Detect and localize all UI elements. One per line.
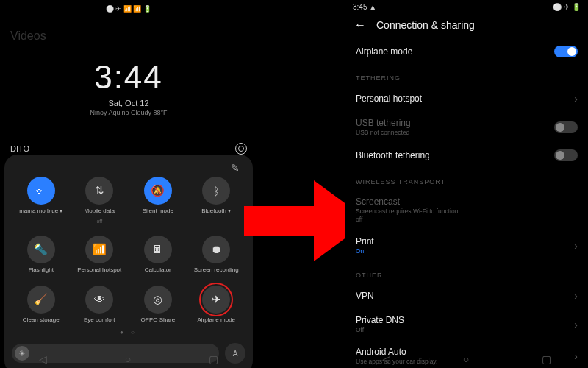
- settings-header: ← Connection & sharing: [345, 14, 588, 36]
- clock-weather: Ninoy Aquino Cloudy 88°F: [0, 109, 257, 116]
- nav-recent[interactable]: ▢: [542, 353, 551, 365]
- qs-tile-icon[interactable]: ◎: [144, 286, 172, 314]
- qs-tile-label: Personal hotspot: [77, 267, 121, 274]
- nav-back[interactable]: ◁: [39, 353, 47, 365]
- qs-tile-silent-mode[interactable]: 🔕Silent mode: [129, 177, 187, 224]
- qs-tile-label: Mobile data: [85, 208, 115, 215]
- row-label: Airplane mode: [356, 46, 412, 57]
- quick-settings-panel: ✎ ᯤmama mo blue ▾⇅Mobile dataoff🔕Silent …: [4, 155, 253, 368]
- qs-tile-airplane-mode[interactable]: ✈Airplane mode: [187, 286, 246, 324]
- chevron-right-icon: ›: [574, 290, 578, 302]
- clock-time: 3:44: [0, 59, 257, 96]
- row-usb-tethering: USB tethering USB not connected: [356, 111, 578, 143]
- row-value: Off: [356, 326, 404, 333]
- qs-tile-label: Bluetooth ▾: [201, 208, 231, 215]
- nav-home[interactable]: ○: [463, 353, 469, 365]
- qs-tile-icon[interactable]: ᯤ: [27, 177, 55, 205]
- qs-tile-label: Flashlight: [29, 267, 54, 274]
- section-other: OTHER: [356, 272, 578, 279]
- qs-tile-mama-mo-blue[interactable]: ᯤmama mo blue ▾: [12, 177, 71, 224]
- carrier-label: DITO: [10, 144, 29, 153]
- row-vpn[interactable]: VPN ›: [356, 283, 578, 308]
- qs-tile-flashlight[interactable]: 🔦Flashlight: [12, 236, 71, 274]
- lock-clock: 3:44 Sat, Oct 12 Ninoy Aquino Cloudy 88°…: [0, 59, 257, 116]
- status-icons: ⚪ ✈ 🔋: [553, 3, 581, 11]
- status-bar: ⚪ ✈ 📶 📶 🔋: [0, 3, 257, 15]
- nav-recent[interactable]: ▢: [209, 353, 218, 365]
- row-airplane-mode[interactable]: Airplane mode: [356, 39, 578, 64]
- status-time: 3:45 ▲: [353, 3, 376, 11]
- qs-tile-label: Clean storage: [23, 317, 60, 324]
- qs-tile-label: Silent mode: [143, 208, 173, 215]
- chevron-right-icon: ›: [574, 240, 578, 252]
- videos-label: Videos: [10, 29, 46, 43]
- qs-tile-label: Airplane mode: [197, 317, 235, 324]
- row-screencast: Screencast Screencast requires Wi-Fi to …: [356, 190, 578, 230]
- airplane-toggle[interactable]: [554, 46, 578, 57]
- nav-bar: ◁ ○ ▢: [0, 353, 257, 365]
- row-bluetooth-tethering[interactable]: Bluetooth tethering: [356, 143, 578, 168]
- qs-tile-icon[interactable]: ⏺: [202, 236, 230, 263]
- section-wireless: WIRELESS TRANSPORT: [356, 178, 578, 185]
- qs-tile-label: Eye comfort: [84, 317, 115, 324]
- row-label: Screencast: [356, 197, 460, 207]
- row-value: off: [356, 216, 460, 223]
- chevron-right-icon: ›: [574, 93, 578, 105]
- qs-tile-calculator[interactable]: 🖩Calculator: [129, 236, 187, 274]
- back-button[interactable]: ←: [354, 18, 366, 32]
- quick-settings-screen: ⚪ ✈ 📶 📶 🔋 Videos 3:44 Sat, Oct 12 Ninoy …: [0, 0, 257, 368]
- nav-back[interactable]: ◁: [382, 353, 390, 365]
- edit-tiles-icon[interactable]: ✎: [231, 162, 243, 174]
- row-label: Bluetooth tethering: [356, 150, 430, 160]
- page-title: Connection & sharing: [376, 19, 475, 31]
- qs-tile-sublabel: off: [96, 219, 102, 224]
- qs-tile-clean-storage[interactable]: 🧹Clean storage: [12, 286, 71, 324]
- qs-tile-mobile-data[interactable]: ⇅Mobile dataoff: [71, 177, 129, 224]
- qs-tile-icon[interactable]: 🔕: [144, 177, 172, 205]
- row-sublabel: Screencast requires Wi-Fi to function.: [356, 208, 460, 215]
- qs-tile-eye-comfort[interactable]: 👁Eye comfort: [71, 286, 129, 324]
- qs-tile-icon[interactable]: ⇅: [85, 177, 113, 205]
- row-label: Print: [356, 236, 374, 247]
- status-icons: ⚪ ✈ 📶 📶 🔋: [106, 5, 151, 13]
- section-tethering: TETHERING: [356, 74, 578, 82]
- qs-tile-icon[interactable]: 📶: [85, 236, 113, 263]
- row-private-dns[interactable]: Private DNS Off ›: [356, 308, 578, 340]
- qs-tile-icon[interactable]: 🖩: [144, 236, 172, 263]
- qs-tile-screen-recording[interactable]: ⏺Screen recording: [187, 236, 246, 274]
- usb-tether-toggle: [554, 121, 578, 133]
- qs-tile-icon[interactable]: ✈: [202, 286, 230, 314]
- row-sublabel: USB not connected: [356, 129, 411, 136]
- qs-tile-icon[interactable]: 🧹: [27, 286, 55, 314]
- clock-date: Sat, Oct 12: [0, 99, 257, 107]
- row-label: Personal hotspot: [356, 93, 422, 104]
- bluetooth-tether-toggle[interactable]: [554, 149, 578, 161]
- row-label: USB tethering: [356, 118, 411, 128]
- qs-tile-icon[interactable]: ᛒ: [202, 177, 230, 205]
- row-label: Private DNS: [356, 315, 404, 325]
- qs-tile-label: Screen recording: [194, 267, 239, 274]
- chevron-right-icon: ›: [574, 319, 578, 330]
- settings-screen: 3:45 ▲ ⚪ ✈ 🔋 ← Connection & sharing Airp…: [345, 0, 588, 368]
- nav-bar: ◁ ○ ▢: [345, 353, 588, 365]
- qs-tile-personal-hotspot[interactable]: 📶Personal hotspot: [71, 236, 129, 274]
- row-print[interactable]: Print On ›: [356, 230, 578, 261]
- qs-tile-icon[interactable]: 🔦: [27, 236, 55, 263]
- row-personal-hotspot[interactable]: Personal hotspot ›: [356, 86, 578, 111]
- qs-tile-label: mama mo blue ▾: [19, 208, 62, 215]
- settings-icon[interactable]: [235, 143, 247, 155]
- nav-home[interactable]: ○: [125, 353, 131, 365]
- qs-tile-label: Calculator: [145, 267, 171, 274]
- qs-tile-oppo-share[interactable]: ◎OPPO Share: [129, 286, 187, 324]
- status-bar: 3:45 ▲ ⚪ ✈ 🔋: [345, 0, 588, 14]
- page-indicator: ● ○: [12, 329, 245, 336]
- qs-tile-icon[interactable]: 👁: [85, 286, 113, 314]
- qs-tile-bluetooth[interactable]: ᛒBluetooth ▾: [187, 177, 246, 224]
- qs-tile-label: OPPO Share: [140, 317, 175, 324]
- row-label: VPN: [356, 291, 374, 301]
- row-value: On: [356, 247, 374, 255]
